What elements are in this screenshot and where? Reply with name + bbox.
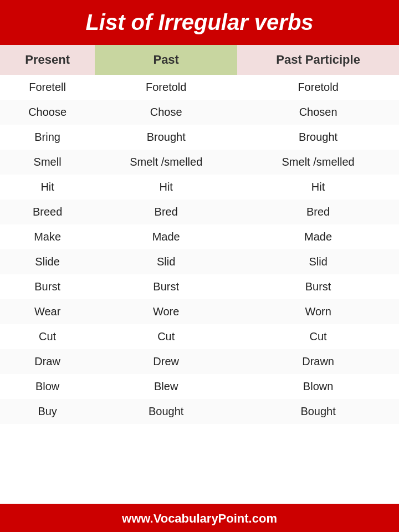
header-participle: Past Participle: [237, 45, 399, 75]
cell-past: Burst: [95, 274, 237, 299]
cell-present: Choose: [0, 100, 95, 125]
cell-participle: Hit: [237, 175, 399, 200]
cell-participle: Foretold: [237, 75, 399, 100]
header-present: Present: [0, 45, 95, 75]
cell-past: Brought: [95, 125, 237, 150]
cell-present: Foretell: [0, 75, 95, 100]
table-row: HitHitHit: [0, 175, 399, 200]
table-row: ForetellForetoldForetold: [0, 75, 399, 100]
cell-present: Blow: [0, 374, 95, 399]
header-past: Past: [95, 45, 237, 75]
cell-participle: Drawn: [237, 349, 399, 374]
table-row: SlideSlidSlid: [0, 249, 399, 274]
table-row: ChooseChoseChosen: [0, 100, 399, 125]
cell-present: Make: [0, 224, 95, 249]
cell-past: Bought: [95, 399, 237, 424]
cell-past: Smelt /smelled: [95, 150, 237, 175]
page-title: List of Irregular verbs: [11, 10, 388, 35]
table-row: BurstBurstBurst: [0, 274, 399, 299]
table-row: DrawDrewDrawn: [0, 349, 399, 374]
cell-past: Drew: [95, 349, 237, 374]
table-row: BreedBredBred: [0, 200, 399, 224]
cell-participle: Burst: [237, 274, 399, 299]
cell-present: Hit: [0, 175, 95, 200]
cell-present: Breed: [0, 200, 95, 224]
cell-present: Buy: [0, 399, 95, 424]
table-container: Present Past Past Participle ForetellFor…: [0, 45, 399, 504]
footer-url: www.VocabularyPoint.com: [122, 511, 277, 525]
cell-past: Bred: [95, 200, 237, 224]
table-row: WearWoreWorn: [0, 299, 399, 324]
cell-present: Slide: [0, 249, 95, 274]
cell-participle: Worn: [237, 299, 399, 324]
cell-present: Bring: [0, 125, 95, 150]
table-row: BlowBlewBlown: [0, 374, 399, 399]
cell-participle: Brought: [237, 125, 399, 150]
table-header-row: Present Past Past Participle: [0, 45, 399, 75]
cell-past: Made: [95, 224, 237, 249]
cell-participle: Cut: [237, 324, 399, 349]
table-row: CutCutCut: [0, 324, 399, 349]
header: List of Irregular verbs: [0, 0, 399, 45]
cell-participle: Slid: [237, 249, 399, 274]
cell-present: Wear: [0, 299, 95, 324]
footer: www.VocabularyPoint.com: [0, 504, 399, 532]
cell-present: Smell: [0, 150, 95, 175]
cell-present: Cut: [0, 324, 95, 349]
cell-past: Hit: [95, 175, 237, 200]
cell-present: Draw: [0, 349, 95, 374]
table-row: BringBroughtBrought: [0, 125, 399, 150]
cell-participle: Smelt /smelled: [237, 150, 399, 175]
table-row: BuyBoughtBought: [0, 399, 399, 424]
cell-past: Blew: [95, 374, 237, 399]
cell-past: Slid: [95, 249, 237, 274]
cell-participle: Made: [237, 224, 399, 249]
cell-participle: Bred: [237, 200, 399, 224]
cell-past: Wore: [95, 299, 237, 324]
cell-present: Burst: [0, 274, 95, 299]
cell-past: Cut: [95, 324, 237, 349]
table-row: MakeMadeMade: [0, 224, 399, 249]
cell-participle: Blown: [237, 374, 399, 399]
cell-participle: Bought: [237, 399, 399, 424]
cell-participle: Chosen: [237, 100, 399, 125]
table-row: SmellSmelt /smelledSmelt /smelled: [0, 150, 399, 175]
cell-past: Chose: [95, 100, 237, 125]
verbs-table: Present Past Past Participle ForetellFor…: [0, 45, 399, 424]
cell-past: Foretold: [95, 75, 237, 100]
main-content: VOCABULARY POINT .COM Present Past Past …: [0, 45, 399, 504]
